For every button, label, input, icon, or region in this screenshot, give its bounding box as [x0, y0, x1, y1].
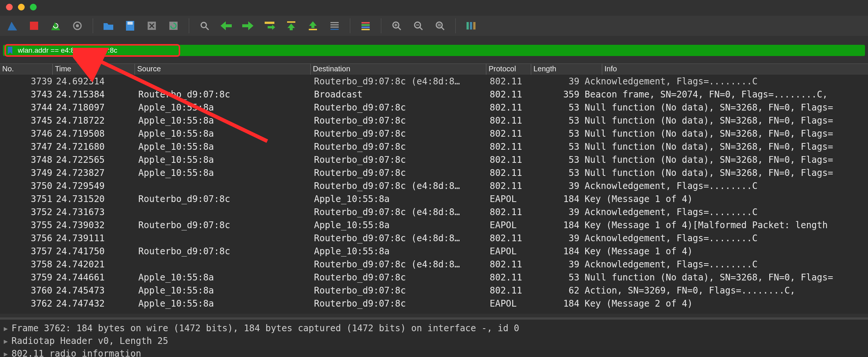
svg-rect-17 [330, 29, 339, 30]
cell-time: 24.715384 [56, 89, 138, 100]
packet-row[interactable]: 375824.742021Routerbo_d9:07:8c (e4:8d:8…… [0, 258, 868, 271]
cell-proto: 802.11 [490, 115, 535, 126]
cell-no: 3748 [4, 155, 56, 165]
cell-proto: EAPOL [490, 194, 535, 204]
cell-dst: Routerbo_d9:07:8c [314, 102, 490, 113]
close-file-icon[interactable] [144, 18, 160, 34]
go-back-icon[interactable] [218, 18, 234, 34]
shark-fin-icon[interactable] [4, 18, 20, 34]
cell-dst: Broadcast [314, 89, 490, 100]
zoom-out-icon[interactable] [410, 18, 426, 34]
col-header-info[interactable]: Info [602, 64, 868, 75]
packet-list[interactable]: 373924.692314Routerbo_d9:07:8c (e4:8d:8…… [0, 75, 868, 314]
autoscroll-icon[interactable] [327, 18, 342, 34]
cell-len: 53 [535, 115, 585, 126]
cell-len: 53 [535, 168, 585, 178]
col-header-destination[interactable]: Destination [310, 64, 486, 75]
cell-no: 3751 [4, 194, 56, 204]
packet-row[interactable]: 374724.721680Apple_10:55:8aRouterbo_d9:0… [0, 140, 868, 153]
resize-columns-icon[interactable] [463, 18, 479, 34]
minimize-window-button[interactable] [18, 4, 25, 10]
packet-row[interactable]: 375024.729549Routerbo_d9:07:8c (e4:8d:8…… [0, 179, 868, 192]
goto-packet-icon[interactable] [262, 18, 277, 34]
cell-time: 24.741750 [56, 246, 138, 257]
cell-proto: EAPOL [490, 220, 535, 230]
col-header-source[interactable]: Source [135, 64, 310, 75]
bookmark-icon[interactable] [6, 46, 14, 55]
cell-time: 24.719508 [56, 128, 138, 139]
packet-row[interactable]: 374924.723827Apple_10:55:8aRouterbo_d9:0… [0, 166, 868, 179]
goto-last-icon[interactable] [305, 18, 321, 34]
goto-first-icon[interactable] [283, 18, 299, 34]
save-file-icon[interactable] [122, 18, 138, 34]
cell-len: 53 [535, 155, 585, 165]
expand-icon[interactable]: ▶ [4, 337, 8, 345]
cell-time: 24.729549 [56, 181, 138, 191]
details-text: Frame 3762: 184 bytes on wire (1472 bits… [12, 323, 519, 333]
open-file-icon[interactable] [101, 18, 116, 34]
cell-time: 24.731520 [56, 194, 138, 204]
display-filter-input[interactable] [17, 46, 865, 55]
expand-icon[interactable]: ▶ [4, 325, 8, 332]
cell-len: 39 [535, 181, 585, 191]
zoom-reset-icon[interactable] [432, 18, 448, 34]
close-window-button[interactable] [6, 4, 13, 10]
packet-row[interactable]: 375624.739111Routerbo_d9:07:8c (e4:8d:8…… [0, 232, 868, 245]
details-row[interactable]: ▶ Radiotap Header v0, Length 25 [0, 335, 868, 347]
cell-src: Apple_10:55:8a [138, 102, 314, 113]
col-header-no[interactable]: No. [0, 64, 52, 75]
details-row[interactable]: ▶ Frame 3762: 184 bytes on wire (1472 bi… [0, 322, 868, 335]
cell-no: 3762 [4, 298, 56, 309]
find-packet-icon[interactable] [197, 18, 212, 34]
cell-dst: Routerbo_d9:07:8c (e4:8d:8… [314, 76, 490, 87]
restart-capture-icon[interactable] [48, 18, 64, 34]
window-controls [6, 4, 37, 10]
packet-row[interactable]: 374524.718722Apple_10:55:8aRouterbo_d9:0… [0, 114, 868, 127]
stop-capture-icon[interactable] [26, 18, 42, 34]
packet-row[interactable]: 375924.744661Apple_10:55:8aRouterbo_d9:0… [0, 271, 868, 284]
cell-info: Null function (No data), SN=3268, FN=0, … [585, 272, 868, 283]
packet-details-pane[interactable]: ▶ Frame 3762: 184 bytes on wire (1472 bi… [0, 317, 868, 357]
colorize-icon[interactable] [358, 18, 373, 34]
col-header-length[interactable]: Length [531, 64, 602, 75]
cell-time: 24.742021 [56, 259, 138, 270]
cell-no: 3747 [4, 142, 56, 152]
details-text: 802.11 radio information [12, 348, 141, 357]
col-header-protocol[interactable]: Protocol [486, 64, 531, 75]
cell-src: Apple_10:55:8a [138, 298, 314, 309]
zoom-window-button[interactable] [30, 4, 37, 10]
cell-len: 53 [535, 102, 585, 113]
details-row[interactable]: ▶ 802.11 radio information [0, 347, 868, 357]
cell-src: Apple_10:55:8a [138, 142, 314, 152]
cell-time: 24.722565 [56, 155, 138, 165]
packet-row[interactable]: 374624.719508Apple_10:55:8aRouterbo_d9:0… [0, 127, 868, 140]
cell-no: 3752 [4, 207, 56, 217]
col-header-time[interactable]: Time [52, 64, 135, 75]
cell-src: Routerbo_d9:07:8c [138, 89, 314, 100]
svg-point-29 [436, 22, 442, 28]
go-forward-icon[interactable] [240, 18, 256, 34]
packet-row[interactable]: 376224.747432Apple_10:55:8aRouterbo_d9:0… [0, 297, 868, 310]
packet-row[interactable]: 375224.731673Routerbo_d9:07:8c (e4:8d:8…… [0, 205, 868, 218]
packet-row[interactable]: 374424.718097Apple_10:55:8aRouterbo_d9:0… [0, 101, 868, 114]
packet-row[interactable]: 375524.739032Routerbo_d9:07:8cApple_10:5… [0, 218, 868, 232]
expand-icon[interactable]: ▶ [4, 350, 8, 357]
packet-row[interactable]: 375724.741750Routerbo_d9:07:8cApple_10:5… [0, 245, 868, 258]
capture-options-icon[interactable] [70, 18, 85, 34]
cell-dst: Apple_10:55:8a [314, 194, 490, 204]
cell-proto: 802.11 [490, 259, 535, 270]
packet-row[interactable]: 374824.722565Apple_10:55:8aRouterbo_d9:0… [0, 153, 868, 166]
cell-info: Acknowledgement, Flags=........C [585, 207, 868, 217]
packet-list-header[interactable]: No. Time Source Destination Protocol Len… [0, 63, 868, 75]
zoom-in-icon[interactable] [389, 18, 404, 34]
cell-proto: EAPOL [490, 298, 535, 309]
reload-file-icon[interactable] [166, 18, 181, 34]
svg-point-2 [76, 24, 79, 27]
packet-row[interactable]: 376024.745473Apple_10:55:8aRouterbo_d9:0… [0, 284, 868, 297]
cell-info: Null function (No data), SN=3268, FN=0, … [585, 155, 868, 165]
cell-info: Null function (No data), SN=3268, FN=0, … [585, 115, 868, 126]
packet-row[interactable]: 375124.731520Routerbo_d9:07:8cApple_10:5… [0, 192, 868, 205]
svg-rect-14 [330, 22, 339, 23]
packet-row[interactable]: 373924.692314Routerbo_d9:07:8c (e4:8d:8…… [0, 75, 868, 88]
packet-row[interactable]: 374324.715384Routerbo_d9:07:8cBroadcast8… [0, 88, 868, 101]
